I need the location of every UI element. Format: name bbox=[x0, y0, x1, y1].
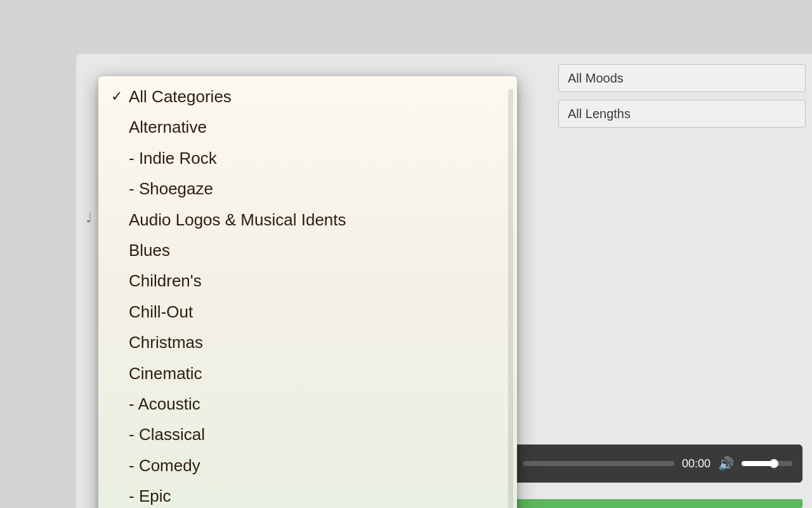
menu-item-label: - Epic bbox=[129, 485, 171, 507]
menu-item-classical[interactable]: - Classical bbox=[98, 419, 517, 450]
moods-dropdown[interactable]: All Moods bbox=[558, 64, 806, 92]
player-bar: 00:00 🔊 bbox=[513, 444, 802, 483]
time-display: 00:00 bbox=[682, 457, 710, 471]
music-note-area: ♩ bbox=[86, 210, 92, 226]
menu-item-cinematic[interactable]: Cinematic bbox=[98, 358, 517, 389]
menu-item-chill-out[interactable]: Chill-Out bbox=[98, 297, 517, 327]
menu-item-all-categories[interactable]: ✓ All Categories bbox=[98, 81, 517, 112]
menu-item-label: - Indie Rock bbox=[129, 147, 217, 170]
scrollbar[interactable] bbox=[508, 89, 513, 508]
no-checkmark bbox=[111, 241, 126, 260]
menu-item-label: Children's bbox=[129, 269, 202, 292]
category-dropdown[interactable]: ✓ All Categories Alternative - Indie Roc… bbox=[98, 76, 517, 508]
no-checkmark bbox=[111, 179, 126, 199]
no-checkmark bbox=[111, 271, 126, 291]
no-checkmark bbox=[111, 486, 126, 506]
volume-icon: 🔊 bbox=[718, 456, 734, 471]
no-checkmark bbox=[111, 302, 126, 322]
menu-item-label: Chill-Out bbox=[129, 300, 193, 323]
progress-bar[interactable] bbox=[523, 461, 674, 466]
moods-label: All Moods bbox=[568, 71, 624, 86]
music-note-icon: ♩ bbox=[86, 210, 92, 225]
menu-item-label: - Classical bbox=[129, 423, 205, 446]
right-controls: All Moods All Lengths bbox=[552, 54, 812, 138]
menu-item-indie-rock[interactable]: - Indie Rock bbox=[98, 143, 517, 173]
no-checkmark bbox=[111, 455, 126, 475]
no-checkmark bbox=[111, 394, 126, 414]
menu-item-alternative[interactable]: Alternative bbox=[98, 112, 517, 142]
green-progress-bar bbox=[513, 499, 802, 508]
no-checkmark bbox=[111, 210, 126, 229]
volume-bar[interactable] bbox=[742, 461, 792, 466]
checkmark-icon: ✓ bbox=[111, 87, 126, 107]
menu-item-blues[interactable]: Blues bbox=[98, 235, 517, 265]
lengths-dropdown[interactable]: All Lengths bbox=[558, 100, 806, 128]
menu-item-label: Blues bbox=[129, 239, 170, 262]
menu-item-label: - Shoegaze bbox=[129, 177, 213, 200]
menu-item-label: Alternative bbox=[129, 116, 207, 138]
no-checkmark bbox=[111, 333, 126, 352]
menu-item-label: Audio Logos & Musical Idents bbox=[129, 208, 346, 231]
menu-item-shoegaze[interactable]: - Shoegaze bbox=[98, 173, 517, 204]
menu-item-label: All Categories bbox=[129, 85, 232, 108]
no-checkmark bbox=[111, 117, 126, 137]
menu-item-comedy[interactable]: - Comedy bbox=[98, 450, 517, 481]
lengths-label: All Lengths bbox=[568, 107, 631, 121]
menu-item-label: - Acoustic bbox=[129, 392, 200, 415]
menu-item-label: Christmas bbox=[129, 331, 203, 354]
no-checkmark bbox=[111, 363, 126, 383]
menu-item-label: Cinematic bbox=[129, 362, 202, 385]
menu-item-childrens[interactable]: Children's bbox=[98, 265, 517, 296]
no-checkmark bbox=[111, 425, 126, 444]
menu-item-label: - Comedy bbox=[129, 454, 200, 477]
menu-item-christmas[interactable]: Christmas bbox=[98, 327, 517, 358]
no-checkmark bbox=[111, 149, 126, 168]
menu-item-epic[interactable]: - Epic bbox=[98, 481, 517, 508]
menu-item-audio-logos[interactable]: Audio Logos & Musical Idents bbox=[98, 204, 517, 235]
volume-knob[interactable] bbox=[769, 459, 778, 468]
menu-item-acoustic[interactable]: - Acoustic bbox=[98, 389, 517, 419]
